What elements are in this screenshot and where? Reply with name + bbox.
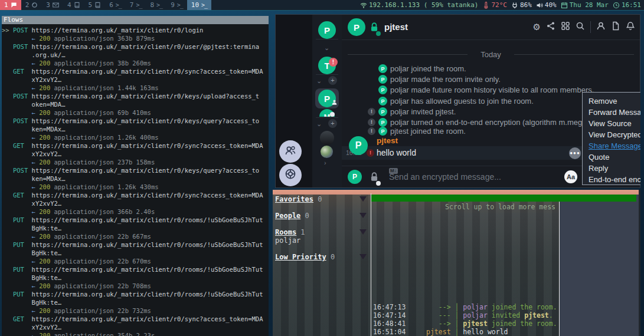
weechat-window: Favorites 0People 0Rooms 1poljarLow Prio… <box>273 190 640 336</box>
collapse-triangle-icon[interactable] <box>359 254 367 259</box>
settings-icon[interactable]: ⚙ <box>533 22 541 32</box>
chevron-down-icon[interactable]: ⌄ <box>324 45 329 51</box>
workspace-number: 9 <box>171 0 175 10</box>
workspace-8[interactable]: 8>_ <box>146 0 166 10</box>
apps-icon[interactable] <box>561 21 570 33</box>
user-avatar[interactable]: P <box>318 21 336 39</box>
collapse-triangle-icon[interactable] <box>359 196 367 202</box>
workspace-5[interactable]: 5 <box>84 0 106 10</box>
flow-row[interactable]: PUT https://termina.org.uk/_matrix/clien… <box>2 290 269 315</box>
workspace-10[interactable]: 10>_ <box>187 0 211 10</box>
buffer-section-header[interactable]: Rooms 1 <box>275 228 371 236</box>
format-button[interactable]: Aa <box>564 170 577 183</box>
search-icon[interactable] <box>576 21 585 33</box>
flow-row[interactable]: >> POST https://termina.org.uk/_matrix/c… <box>2 26 269 42</box>
room-avatar[interactable]: P <box>348 18 365 36</box>
workspace-4[interactable]: 4 <box>63 0 84 10</box>
sender-avatar[interactable]: P <box>349 136 368 155</box>
flow-response-line: ← 200 application/json 22b 670ms <box>2 257 269 265</box>
menu-item-share-message[interactable]: Share Message <box>583 140 640 151</box>
chevron-right-icon[interactable]: › <box>324 160 326 166</box>
room-avatar-image[interactable] <box>320 131 334 145</box>
response-arrow: ← <box>32 183 40 190</box>
menu-item-reply[interactable]: Reply <box>583 163 640 174</box>
selected-room[interactable]: P <box>315 88 339 108</box>
buffer-section-header[interactable]: Favorites 0 <box>275 195 371 203</box>
buffer-section-count: 0 <box>300 212 309 220</box>
system-avatar: P <box>378 85 387 94</box>
share-icon[interactable] <box>546 21 555 33</box>
text-segment <box>2 233 32 240</box>
menu-item-view-decrypted-s[interactable]: View Decrypted S <box>583 129 640 140</box>
flow-row[interactable]: GET https://termina.org.uk/_matrix/clien… <box>2 67 269 92</box>
workspace-7[interactable]: 7>_ <box>126 0 146 10</box>
element-window: P ⌄ T ! ⌄ + P M ⌄ + › P <box>275 14 640 188</box>
buffer-section-favorites[interactable]: Favorites 0 <box>275 195 371 203</box>
menu-item-forward-message[interactable]: Forward Message <box>583 107 640 118</box>
menu-item-remove[interactable]: Remove <box>583 95 640 107</box>
workspace-number: 6 <box>109 0 113 10</box>
buffer-section-header[interactable]: Low Priority 0 <box>275 253 371 261</box>
add-room-button[interactable]: + <box>328 76 337 85</box>
flow-row[interactable]: PUT https://termina.org.uk/_matrix/clien… <box>2 265 269 290</box>
response-arrow: ← <box>32 282 40 289</box>
flow-selected-marker <box>2 142 13 149</box>
flow-row[interactable]: PUT https://termina.org.uk/_matrix/clien… <box>2 241 269 265</box>
chevron-down-icon[interactable]: ⌄ <box>316 78 322 84</box>
http-method: GET <box>13 315 32 322</box>
menu-item-view-source[interactable]: View Source <box>583 118 640 129</box>
text-segment <box>2 332 32 336</box>
flow-row[interactable]: POST https://termina.org.uk/_matrix/clie… <box>2 117 269 141</box>
http-method: PUT <box>13 291 32 298</box>
collapse-triangle-icon[interactable] <box>359 213 367 218</box>
text-segment <box>2 35 32 42</box>
status-code: 200 <box>39 208 50 215</box>
room-avatar-image[interactable] <box>321 146 333 158</box>
notifications-icon[interactable] <box>626 21 635 33</box>
flow-row[interactable]: GET https://termina.org.uk/_matrix/clien… <box>2 315 269 336</box>
flow-row[interactable]: PUT https://termina.org.uk/_matrix/clien… <box>2 216 269 241</box>
workspace-9[interactable]: 9>_ <box>166 0 187 10</box>
chevron-down-icon[interactable]: ⌄ <box>316 121 322 127</box>
request-url: https://termina.org.uk/_matrix/client/r0… <box>32 291 263 298</box>
request-url: https://termina.org.uk/_matrix/client/r0… <box>32 27 204 34</box>
response-info: application/json 1.44k 163ms <box>50 84 158 91</box>
flow-response-line: ← 200 application/json 22b 708ms <box>2 282 269 290</box>
flow-request-line: POST https://termina.org.uk/_matrix/clie… <box>2 42 269 51</box>
member-icon[interactable] <box>596 21 606 33</box>
flow-row[interactable]: POST https://termina.org.uk/_matrix/clie… <box>2 166 269 191</box>
workspace-6[interactable]: 6>_ <box>105 0 126 10</box>
menu-item-quote[interactable]: Quote <box>583 151 640 163</box>
workspace-1[interactable]: 1 <box>0 0 21 10</box>
nicklist-separator[interactable] <box>559 202 560 336</box>
flow-request-line: GET https://termina.org.uk/_matrix/clien… <box>2 67 269 75</box>
room-avatar-next-wrap[interactable]: M <box>319 109 335 117</box>
calendar-icon <box>561 2 568 9</box>
workspace-3[interactable]: 3 <box>42 0 63 10</box>
buffer-section-count: 0 <box>313 195 322 203</box>
community-button[interactable] <box>279 140 302 163</box>
help-button[interactable] <box>279 164 302 186</box>
buffer-list-separator[interactable] <box>371 193 371 336</box>
buffer-section-people[interactable]: People 0 <box>275 212 371 220</box>
flow-row[interactable]: GET https://termina.org.uk/_matrix/clien… <box>2 141 269 166</box>
buffer-section-low-priority[interactable]: Low Priority 0 <box>275 253 371 261</box>
add-room-button[interactable]: + <box>328 119 337 128</box>
buffer-section-rooms[interactable]: Rooms 1poljar <box>275 228 371 245</box>
file-icon[interactable] <box>611 21 620 33</box>
composer-input[interactable]: Send an encrypted message... <box>389 166 501 187</box>
buffer-item[interactable]: poljar <box>275 236 371 245</box>
flow-row[interactable]: POST https://termina.org.uk/_matrix/clie… <box>2 92 269 117</box>
menu-item-end-to-end-encry[interactable]: End-to-end encry <box>583 174 640 185</box>
flow-row[interactable]: GET https://termina.org.uk/_matrix/clien… <box>2 191 269 216</box>
workspace-2[interactable]: 2 <box>21 0 43 10</box>
flow-response-line: ← 200 application/json 38b 260ms <box>2 59 269 67</box>
flow-row[interactable]: POST https://termina.org.uk/_matrix/clie… <box>2 42 269 67</box>
http-method: GET <box>13 142 32 149</box>
http-method: POST <box>13 43 32 50</box>
buffer-section-header[interactable]: People 0 <box>275 212 371 220</box>
collapse-triangle-icon[interactable] <box>359 229 367 235</box>
response-arrow: ← <box>32 134 40 141</box>
message-options-button[interactable]: ●●● <box>569 147 581 159</box>
flow-request-line: POST https://termina.org.uk/_matrix/clie… <box>2 92 269 100</box>
